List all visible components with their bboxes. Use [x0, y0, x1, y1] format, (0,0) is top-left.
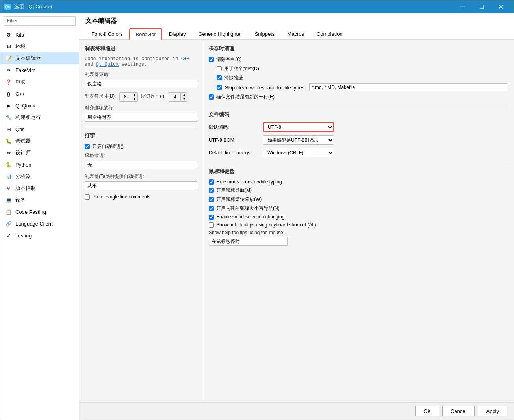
file-encoding-section: 文件编码 默认编码: UTF-8 UTF-8 BO: [209, 111, 508, 157]
cancel-button[interactable]: Cancel: [442, 406, 475, 416]
sidebar-item-label-qt-quick: Qt Quick: [15, 103, 35, 109]
back-indent-label: 退格缩进:: [85, 152, 197, 159]
clean-indent-checkbox[interactable]: [217, 75, 222, 80]
qt-quick-link[interactable]: Qt Quick: [96, 62, 119, 67]
indent-size-down[interactable]: ▼: [181, 97, 187, 101]
tab-size-down[interactable]: ▼: [131, 97, 137, 101]
sidebar-item-environment[interactable]: 🖥 环境: [0, 41, 79, 52]
hide-mouse-label: Hide mouse cursor while typing: [216, 179, 282, 185]
file-encoding-title: 文件编码: [209, 111, 508, 118]
mouse-keyboard-section: 鼠标和键盘 Hide mouse cursor while typing 开启鼠…: [209, 168, 508, 246]
hide-mouse-checkbox[interactable]: [209, 179, 214, 185]
designer-icon: ✏: [5, 149, 12, 156]
clean-whitespace-checkbox[interactable]: [209, 57, 214, 62]
sidebar-item-devices[interactable]: 💻 设备: [0, 194, 79, 206]
close-button[interactable]: ✕: [492, 0, 510, 13]
sidebar-item-qt-quick[interactable]: ▶ Qt Quick: [0, 100, 79, 111]
sidebar-item-code-pasting[interactable]: 📋 Code Pasting: [0, 206, 79, 218]
sidebar-item-python[interactable]: 🐍 Python: [0, 159, 79, 170]
tab-size-value: 8: [119, 93, 131, 100]
sidebar-item-qbs[interactable]: ⊞ Qbs: [0, 123, 79, 135]
smart-selection-row: Enable smart selection changing: [209, 214, 508, 220]
sidebar-item-help[interactable]: ❓ 帮助: [0, 76, 79, 88]
tab-display[interactable]: Display: [163, 28, 192, 39]
prefer-single-comments-row: Prefer single line comments: [85, 194, 197, 200]
tab-bar: Font & Colors Behavior Display Generic H…: [85, 28, 507, 39]
indent-info-text1: Code indentation is configured in: [85, 56, 178, 62]
sidebar-item-text-editor[interactable]: 📝 文本编辑器: [0, 52, 79, 64]
sidebar-item-language-client[interactable]: 🔗 Language Client: [0, 218, 79, 229]
tab-completion[interactable]: Completion: [311, 28, 349, 39]
sidebar-item-label-text-editor: 文本编辑器: [15, 55, 41, 62]
sidebar-item-analyzer[interactable]: 📊 分析器: [0, 170, 79, 182]
typing-section-title: 打字: [85, 132, 197, 139]
sidebar-item-kits[interactable]: ⚙ Kits: [0, 29, 79, 41]
scroll-zoom-checkbox[interactable]: [209, 197, 214, 202]
sidebar-item-designer[interactable]: ✏ 设计师: [0, 147, 79, 159]
cpp-icon: {}: [5, 90, 12, 97]
tab-policy-wrapper: 仅空格: [85, 80, 197, 88]
tab-policy-label: 制表符策略:: [85, 71, 197, 78]
camel-nav-checkbox[interactable]: [209, 206, 214, 211]
skip-clean-checkbox[interactable]: [217, 85, 222, 90]
auto-indent-checkbox[interactable]: [85, 144, 90, 149]
tab-size-up[interactable]: ▲: [131, 93, 137, 97]
show-help-kbd-checkbox[interactable]: [209, 222, 214, 228]
indent-size-up[interactable]: ▲: [181, 93, 187, 97]
utf8-bom-row: UTF-8 BOM: 如果编码是UTF-8则添加: [209, 135, 508, 145]
ensure-newline-checkbox[interactable]: [209, 94, 214, 100]
show-help-mouse-label: Show help tooltips using the mouse:: [209, 230, 508, 235]
tab-auto-select[interactable]: 从不: [85, 181, 197, 190]
default-encoding-select[interactable]: UTF-8: [263, 122, 334, 132]
tab-snippets[interactable]: Snippets: [249, 28, 281, 39]
smart-selection-checkbox[interactable]: [209, 215, 214, 220]
sidebar-item-cpp[interactable]: {} C++: [0, 88, 79, 100]
panel-header: 文本编辑器 Font & Colors Behavior Display Gen…: [79, 13, 514, 40]
auto-indent-label: 开启自动缩进(): [92, 143, 124, 150]
save-section-title: 保存时清理: [209, 45, 508, 52]
align-cont-select[interactable]: 用空格对齐: [85, 113, 197, 122]
default-line-select[interactable]: Windows (CRLF): [263, 148, 334, 157]
back-indent-select[interactable]: 无: [85, 161, 197, 169]
save-section: 保存时清理 清除空白(C) 用于整个文档(D): [209, 45, 508, 100]
indent-info-end: settings.: [122, 62, 147, 67]
sidebar-item-version-control[interactable]: ⑂ 版本控制: [0, 182, 79, 194]
right-panel: 文本编辑器 Font & Colors Behavior Display Gen…: [79, 13, 514, 420]
ok-button[interactable]: OK: [415, 406, 439, 416]
minimize-button[interactable]: ─: [454, 0, 472, 13]
skip-clean-input[interactable]: [309, 83, 508, 91]
sidebar-item-label-help: 帮助: [15, 78, 26, 85]
sidebar-item-build-run[interactable]: 🔧 构建和运行: [0, 111, 79, 123]
tab-generic-highlighter[interactable]: Generic Highlighter: [192, 28, 248, 39]
apply-button[interactable]: Apply: [478, 406, 507, 416]
sidebar-item-fakevim[interactable]: ✏ FakeVim: [0, 64, 79, 76]
tab-auto-wrapper: 从不: [85, 181, 197, 190]
main-content: ⚙ Kits 🖥 环境 📝 文本编辑器 ✏ FakeVim ❓ 帮助 {} C+: [0, 13, 514, 420]
prefer-single-comments-checkbox[interactable]: [85, 194, 90, 200]
entire-doc-checkbox[interactable]: [217, 66, 222, 71]
utf8-bom-select[interactable]: 如果编码是UTF-8则添加: [263, 135, 334, 145]
show-help-mouse-wrapper: 在鼠标悬停时: [209, 237, 508, 246]
window-title: 选项 - Qt Creator: [14, 3, 52, 10]
tab-behavior[interactable]: Behavior: [129, 28, 162, 40]
camel-nav-row: 开启内建的驼峰大小写导航(N): [209, 205, 508, 212]
help-icon: ❓: [5, 78, 12, 85]
maximize-button[interactable]: □: [473, 0, 491, 13]
sidebar-item-label-python: Python: [15, 162, 31, 168]
content-left: 制表符和缩进 Code indentation is configured in…: [79, 40, 203, 402]
filter-input[interactable]: [4, 16, 76, 26]
environment-icon: 🖥: [5, 43, 12, 50]
show-help-mouse-select[interactable]: 在鼠标悬停时: [209, 237, 288, 246]
sidebar-item-debugger[interactable]: 🐛 调试器: [0, 135, 79, 147]
cpp-link[interactable]: C++: [181, 56, 190, 62]
tab-policy-select[interactable]: 仅空格: [85, 80, 197, 88]
sub-section-save: 用于整个文档(D) 清除缩进 Skip clean whitespace for…: [217, 65, 508, 91]
tab-macros[interactable]: Macros: [281, 28, 310, 39]
mouse-nav-row: 开启鼠标导航(M): [209, 187, 508, 194]
clean-indent-row: 清除缩进: [217, 74, 508, 81]
sidebar-item-testing[interactable]: ✓ Testing: [0, 229, 79, 241]
text-editor-icon: 📝: [5, 55, 12, 62]
tab-font-colors[interactable]: Font & Colors: [85, 28, 128, 39]
mouse-nav-checkbox[interactable]: [209, 188, 214, 193]
qbs-icon: ⊞: [5, 126, 12, 133]
